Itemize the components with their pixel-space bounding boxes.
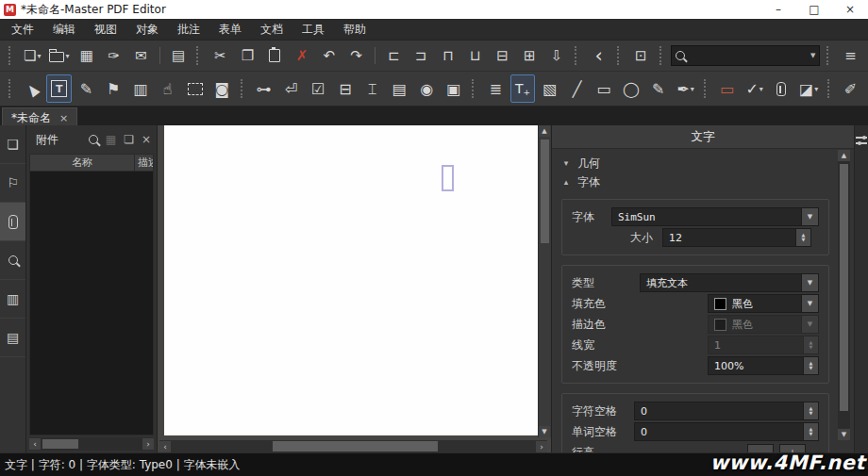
type-select[interactable]: 填充文本 ▼ [640, 273, 819, 292]
attachment-add-button[interactable]: ❏ [124, 133, 134, 146]
menu-item-对象[interactable]: 对象 [126, 19, 168, 40]
fit-window-button[interactable]: ⊡ [628, 42, 654, 69]
back-button[interactable]: ‹ [586, 42, 611, 69]
spinner-control[interactable]: ▲▼ [803, 402, 818, 419]
edit-object-tool-button[interactable]: ✎ [74, 74, 99, 103]
section-geometry[interactable]: ▾ 几何 [561, 154, 829, 172]
scroll-down-icon[interactable]: ▼ [838, 429, 850, 440]
opacity-input[interactable]: 100% ▲▼ [708, 356, 819, 375]
scrollbar-thumb[interactable] [840, 164, 848, 411]
word-spacing-input[interactable]: 0 ▲▼ [634, 422, 819, 441]
edit-form-tool-button[interactable]: ⚑ [101, 74, 126, 103]
menu-item-帮助[interactable]: 帮助 [334, 19, 376, 40]
spinner-control[interactable]: ▲▼ [795, 229, 810, 246]
align-right-button[interactable]: ⊐ [409, 42, 434, 69]
email-button[interactable]: ✉ [128, 42, 154, 69]
panel-options-icon[interactable] [856, 135, 867, 147]
scrollbar-thumb[interactable] [541, 140, 549, 243]
menu-item-批注[interactable]: 批注 [168, 19, 209, 40]
signature-tool-button[interactable]: ✒▾ [673, 74, 698, 103]
scroll-left-icon[interactable]: ‹ [29, 438, 41, 450]
new-document-button[interactable]: ❏▾ [20, 42, 45, 69]
radio-field-button[interactable]: ◉ [414, 74, 440, 103]
signatures-panel-button[interactable]: ▤ [0, 319, 25, 357]
spinner-control[interactable]: ▲▼ [803, 357, 818, 374]
fields-list-button[interactable]: ≣ [483, 74, 509, 103]
scrollbar-thumb[interactable] [42, 439, 78, 449]
scroll-up-icon[interactable]: ▲ [539, 125, 550, 137]
save-button[interactable]: ▦ [74, 42, 99, 69]
maximize-button[interactable]: □ [796, 0, 832, 19]
scrollbar-thumb[interactable] [273, 441, 438, 451]
text-field-button[interactable]: ⌶ [359, 74, 385, 103]
minimize-button[interactable]: – [760, 0, 796, 19]
print-button[interactable]: ▤ [166, 42, 192, 69]
align-left-button[interactable]: ⊏ [381, 42, 407, 69]
menu-item-文件[interactable]: 文件 [2, 19, 43, 40]
link-tool-button[interactable]: ⊶ [251, 74, 276, 103]
search-panel-button[interactable] [0, 241, 25, 280]
attachment-search-button[interactable] [89, 135, 98, 144]
delete-button[interactable]: ✗ [290, 42, 315, 69]
snapshot-button[interactable]: ◙ [209, 74, 235, 103]
scroll-left-icon[interactable]: ‹ [159, 441, 171, 452]
bookmarks-panel-button[interactable]: ⚐ [0, 164, 25, 203]
close-button[interactable]: × [832, 0, 868, 19]
combobox-field-button[interactable]: ⊟ [332, 74, 358, 103]
layers-panel-button[interactable]: ▥ [0, 280, 25, 319]
scroll-right-icon[interactable]: › [536, 441, 547, 452]
listbox-field-button[interactable]: ▤ [387, 74, 412, 103]
font-select[interactable]: SimSun ▼ [611, 207, 819, 226]
pencil-tool-button[interactable]: ✎ [645, 74, 671, 103]
paste-button[interactable] [262, 42, 288, 69]
char-spacing-input[interactable]: 0 ▲▼ [634, 402, 819, 420]
add-text-button[interactable]: T+ [510, 74, 536, 103]
font-size-input[interactable]: 12 ▲▼ [662, 228, 811, 247]
undo-button[interactable]: ↶ [316, 42, 342, 69]
open-file-button[interactable]: ▾ [47, 42, 73, 69]
edit-text-tool-button[interactable]: T [46, 74, 72, 103]
chevron-down-icon[interactable]: ▼ [801, 295, 818, 312]
check-annotation-button[interactable]: ✓▾ [742, 74, 767, 103]
line-tool-button[interactable]: ╱ [564, 74, 590, 103]
redo-button[interactable]: ↷ [343, 42, 369, 69]
save-as-button[interactable]: ✑ [101, 42, 126, 69]
attachments-panel-button[interactable] [0, 203, 25, 241]
center-vertical-button[interactable]: ⊞ [517, 42, 542, 69]
menu-item-文档[interactable]: 文档 [251, 19, 292, 40]
fill-color-select[interactable]: 黑色 ▼ [708, 294, 819, 313]
pdf-page[interactable] [164, 125, 542, 435]
send-backward-button[interactable]: ⇩ [544, 42, 570, 69]
highlighter-tool-button[interactable]: ◪▾ [796, 74, 822, 103]
cut-button[interactable]: ✂ [208, 42, 233, 69]
menu-item-表单[interactable]: 表单 [209, 19, 251, 40]
scroll-right-icon[interactable]: › [142, 438, 154, 450]
chevron-down-icon[interactable]: ▼ [801, 274, 818, 291]
center-horizontal-button[interactable]: ⊟ [490, 42, 515, 69]
align-top-button[interactable]: ⊓ [435, 42, 460, 69]
column-name[interactable]: 名称 [30, 156, 134, 170]
chevron-down-icon[interactable]: ▼ [801, 208, 818, 225]
menu-item-编辑[interactable]: 编辑 [43, 19, 85, 40]
copy-button[interactable]: ❐ [235, 42, 260, 69]
spinner-control[interactable]: ▲▼ [803, 423, 818, 440]
toolbar-menu-button[interactable]: ≡ [838, 42, 863, 69]
search-input[interactable] [690, 49, 810, 62]
checkbox-field-button[interactable]: ☑ [306, 74, 331, 103]
add-image-button[interactable]: ▧ [537, 74, 562, 103]
attachment-delete-button[interactable]: × [142, 133, 151, 146]
menu-item-工具[interactable]: 工具 [292, 19, 334, 40]
section-font[interactable]: ▴ 字体 [561, 172, 829, 191]
ellipse-tool-button[interactable]: ◯ [619, 74, 644, 103]
column-description[interactable]: 描述 [135, 156, 153, 170]
button-field-button[interactable]: ⏎ [278, 74, 304, 103]
tab-close-icon[interactable]: × [59, 112, 68, 124]
hand-tool-button[interactable]: ☝ [155, 74, 180, 103]
attachment-annotation-button[interactable] [769, 74, 794, 103]
scroll-up-icon[interactable]: ▲ [838, 150, 850, 161]
select-tool-button[interactable]: ▲ [20, 74, 45, 103]
image-field-button[interactable]: ▣ [442, 74, 467, 103]
callout-tool-button[interactable]: ▭ [715, 74, 741, 103]
menu-item-视图[interactable]: 视图 [85, 19, 126, 40]
rectangle-tool-button[interactable]: ▭ [592, 74, 617, 103]
